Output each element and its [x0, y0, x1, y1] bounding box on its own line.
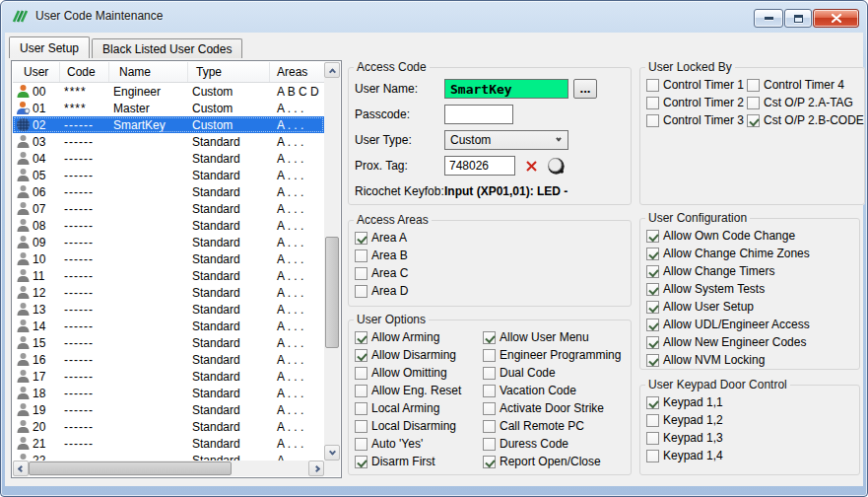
checkbox-allow-change-timers[interactable]: Allow Change Timers [646, 262, 859, 280]
table-row-user-12[interactable]: 12------StandardA . . . [13, 284, 324, 301]
table-row-user-21[interactable]: 21------StandardA . . . [13, 435, 324, 452]
checkbox-box[interactable] [355, 456, 367, 468]
checkbox-vacation-code[interactable]: Vacation Code [483, 382, 621, 399]
checkbox-box[interactable] [646, 450, 659, 462]
checkbox-allow-disarming[interactable]: Allow Disarming [355, 346, 483, 364]
checkbox-control-timer-1[interactable]: Control Timer 1 [646, 76, 747, 94]
checkbox-box[interactable] [483, 456, 496, 468]
checkbox-box[interactable] [646, 301, 659, 314]
checkbox-box[interactable] [355, 331, 367, 344]
checkbox-box[interactable] [483, 420, 496, 433]
prox-fob-icon[interactable] [546, 157, 567, 176]
checkbox-box[interactable] [355, 232, 367, 245]
scroll-right-button[interactable] [308, 461, 324, 476]
table-row-user-01[interactable]: 01****MasterCustomA . . . [13, 100, 324, 116]
checkbox-box[interactable] [646, 265, 659, 278]
checkbox-box[interactable] [646, 354, 659, 367]
table-row-user-19[interactable]: 19------StandardA . . . [13, 401, 324, 418]
checkbox-box[interactable] [355, 385, 367, 397]
checkbox-auto-yes[interactable]: Auto 'Yes' [355, 435, 483, 453]
checkbox-dual-code[interactable]: Dual Code [483, 364, 621, 382]
checkbox-box[interactable] [646, 248, 659, 260]
checkbox-keypad-1-4[interactable]: Keypad 1,4 [646, 447, 859, 464]
checkbox-allow-system-tests[interactable]: Allow System Tests [646, 280, 859, 298]
checkbox-duress-code[interactable]: Duress Code [483, 435, 621, 453]
table-row-user-07[interactable]: 07------StandardA . . . [13, 200, 324, 217]
maximize-button[interactable] [784, 9, 812, 28]
checkbox-control-timer-4[interactable]: Control Timer 4 [747, 76, 864, 94]
table-row-user-13[interactable]: 13------StandardA . . . [13, 301, 324, 318]
scroll-left-button[interactable] [13, 461, 29, 476]
checkbox-report-open-close[interactable]: Report Open/Close [483, 453, 621, 470]
checkbox-allow-arming[interactable]: Allow Arming [355, 328, 483, 346]
checkbox-allow-nvm-locking[interactable]: Allow NVM Locking [646, 351, 859, 369]
checkbox-box[interactable] [355, 285, 367, 298]
table-row-user-14[interactable]: 14------StandardA . . . [13, 318, 324, 334]
minimize-button[interactable] [754, 9, 783, 28]
scroll-down-button[interactable] [324, 445, 340, 461]
horizontal-scrollbar-thumb[interactable] [29, 462, 232, 475]
checkbox-box[interactable] [355, 367, 367, 380]
checkbox-control-timer-2[interactable]: Control Timer 2 [646, 94, 747, 111]
checkbox-box[interactable] [646, 336, 659, 349]
checkbox-box[interactable] [355, 438, 367, 451]
checkbox-keypad-1-3[interactable]: Keypad 1,3 [646, 429, 859, 447]
checkbox-box[interactable] [483, 402, 496, 415]
checkbox-local-disarming[interactable]: Local Disarming [355, 417, 483, 435]
column-header-code[interactable]: Code [60, 62, 109, 82]
checkbox-allow-udl-engineer-access[interactable]: Allow UDL/Engineer Access [646, 316, 859, 333]
tab-user-setup[interactable]: User Setup [9, 36, 90, 58]
checkbox-box[interactable] [646, 414, 659, 427]
checkbox-cst-o-p-2-b-code[interactable]: Cst O/P 2.B-CODE [747, 111, 864, 129]
checkbox-box[interactable] [646, 432, 659, 445]
checkbox-box[interactable] [355, 402, 367, 415]
table-row-user-10[interactable]: 10------StandardA . . . [13, 250, 324, 267]
checkbox-control-timer-3[interactable]: Control Timer 3 [646, 111, 747, 129]
checkbox-box[interactable] [483, 438, 496, 451]
checkbox-box[interactable] [646, 283, 659, 296]
checkbox-box[interactable] [646, 97, 659, 109]
table-row-user-15[interactable]: 15------StandardA . . . [13, 334, 324, 351]
checkbox-call-remote-pc[interactable]: Call Remote PC [483, 417, 621, 435]
checkbox-box[interactable] [355, 249, 367, 262]
prox-tag-input[interactable] [444, 156, 515, 176]
titlebar[interactable]: User Code Maintenance [1, 1, 867, 31]
checkbox-allow-change-chime-zones[interactable]: Allow Change Chime Zones [646, 245, 859, 262]
checkbox-box[interactable] [646, 114, 659, 127]
column-header-name[interactable]: Name [109, 62, 188, 82]
checkbox-box[interactable] [646, 396, 659, 409]
user-name-field[interactable]: SmartKey [444, 79, 568, 99]
column-header-type[interactable]: Type [188, 62, 270, 82]
clear-prox-tag-icon[interactable] [525, 160, 538, 173]
checkbox-area-b[interactable]: Area B [355, 247, 631, 264]
checkbox-allow-own-code-change[interactable]: Allow Own Code Change [646, 227, 859, 245]
table-row-user-04[interactable]: 04------StandardA . . . [13, 150, 324, 167]
column-header-areas[interactable]: Areas [270, 62, 324, 82]
checkbox-area-a[interactable]: Area A [355, 229, 631, 247]
checkbox-box[interactable] [355, 420, 367, 433]
user-type-dropdown[interactable]: Custom [444, 130, 568, 150]
checkbox-keypad-1-1[interactable]: Keypad 1,1 [646, 393, 859, 411]
table-row-user-20[interactable]: 20------StandardA . . . [13, 418, 324, 435]
table-row-user-05[interactable]: 05------StandardA . . . [13, 167, 324, 183]
checkbox-allow-new-engineer-codes[interactable]: Allow New Engineer Codes [646, 333, 859, 351]
vertical-scrollbar-thumb[interactable] [325, 237, 339, 348]
table-row-user-22[interactable]: 22------StandardA . . . [13, 452, 324, 461]
column-header-user[interactable]: User [13, 62, 60, 82]
table-row-user-16[interactable]: 16------StandardA . . . [13, 351, 324, 368]
checkbox-local-arming[interactable]: Local Arming [355, 399, 483, 417]
checkbox-box[interactable] [646, 230, 659, 243]
tab-black-listed-user-codes[interactable]: Black Listed User Codes [92, 38, 242, 58]
scroll-up-button[interactable] [324, 62, 340, 78]
checkbox-box[interactable] [747, 79, 760, 92]
table-row-user-02[interactable]: 02------SmartKeyCustomA . . . [13, 116, 324, 133]
checkbox-allow-user-setup[interactable]: Allow User Setup [646, 298, 859, 316]
table-row-user-11[interactable]: 11------StandardA . . . [13, 267, 324, 284]
checkbox-box[interactable] [355, 267, 367, 280]
checkbox-allow-omitting[interactable]: Allow Omitting [355, 364, 483, 382]
checkbox-disarm-first[interactable]: Disarm First [355, 453, 483, 470]
checkbox-box[interactable] [483, 367, 496, 380]
checkbox-activate-door-strike[interactable]: Activate Door Strike [483, 399, 621, 417]
checkbox-box[interactable] [483, 331, 496, 344]
checkbox-box[interactable] [747, 97, 760, 109]
